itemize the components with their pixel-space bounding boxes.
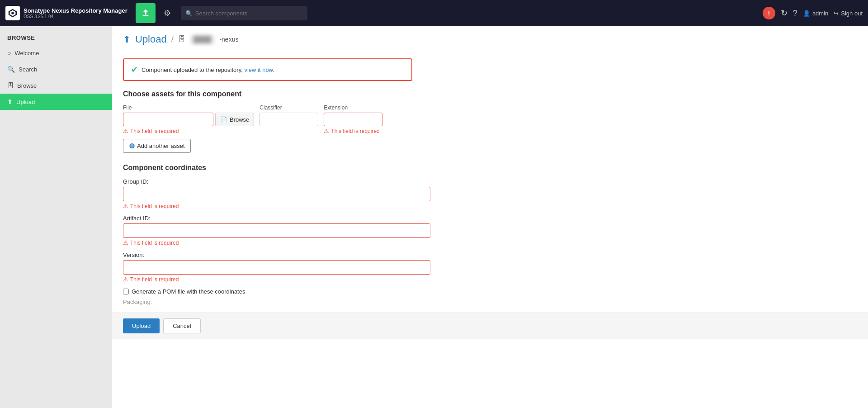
main-content: ⬆ Upload / 🗄 ████ -nexus ✔ Component upl… bbox=[112, 26, 868, 408]
cancel-button[interactable]: Cancel bbox=[163, 318, 200, 333]
packaging-label: Packaging: bbox=[123, 299, 857, 305]
group-id-error-icon: ⚠ bbox=[123, 203, 128, 209]
sidebar-item-label: Upload bbox=[16, 99, 35, 105]
group-id-input[interactable] bbox=[123, 187, 430, 201]
breadcrumb-suffix: -nexus bbox=[219, 36, 238, 43]
sidebar-item-upload[interactable]: ⬆ Upload bbox=[0, 94, 112, 110]
page-upload-icon: ⬆ bbox=[123, 34, 131, 45]
generate-pom-label[interactable]: Generate a POM file with these coordinat… bbox=[132, 288, 245, 295]
search-bar[interactable]: 🔍 bbox=[181, 6, 307, 20]
sign-out-button[interactable]: ↪ Sign out bbox=[834, 10, 863, 17]
search-icon: 🔍 bbox=[185, 10, 193, 17]
alert-badge[interactable]: ! bbox=[763, 7, 775, 19]
sidebar-item-search[interactable]: 🔍 Search bbox=[0, 61, 112, 77]
group-id-label: Group ID: bbox=[123, 178, 857, 185]
breadcrumb-repo: ████ bbox=[190, 35, 215, 44]
extension-input[interactable] bbox=[324, 113, 382, 126]
svg-point-2 bbox=[11, 12, 14, 14]
settings-icon[interactable]: ⚙ bbox=[160, 6, 175, 20]
sidebar: Browse ○ Welcome 🔍 Search 🗄 Browse ⬆ Upl… bbox=[0, 26, 112, 408]
admin-label: admin bbox=[812, 10, 828, 17]
artifact-id-error: ⚠ This field is required bbox=[123, 239, 857, 246]
layout: Browse ○ Welcome 🔍 Search 🗄 Browse ⬆ Upl… bbox=[0, 26, 868, 408]
app-version: OSS 3.25.1-04 bbox=[24, 14, 127, 19]
version-error: ⚠ This field is required bbox=[123, 276, 857, 283]
sidebar-item-welcome[interactable]: ○ Welcome bbox=[0, 45, 112, 61]
search-sidebar-icon: 🔍 bbox=[7, 66, 15, 73]
bottom-bar: Upload Cancel bbox=[112, 313, 868, 339]
brand-logo: Sonatype Nexus Repository Manager OSS 3.… bbox=[5, 6, 127, 20]
success-message: Component uploaded to the repository, vi… bbox=[142, 66, 274, 73]
breadcrumb-db-icon: 🗄 bbox=[178, 35, 185, 43]
admin-icon: 👤 bbox=[803, 10, 810, 17]
page-header: ⬆ Upload / 🗄 ████ -nexus bbox=[112, 26, 868, 51]
refresh-icon[interactable]: ↻ bbox=[781, 8, 788, 18]
generate-pom-checkbox[interactable] bbox=[123, 289, 129, 294]
sidebar-item-label: Search bbox=[19, 66, 37, 73]
classifier-label: Classifier bbox=[259, 104, 318, 111]
artifact-id-label: Artifact ID: bbox=[123, 215, 857, 222]
welcome-icon: ○ bbox=[7, 49, 11, 57]
app-name: Sonatype Nexus Repository Manager bbox=[24, 7, 127, 14]
browse-button[interactable]: 📄 Browse bbox=[215, 113, 254, 126]
upload-submit-button[interactable]: Upload bbox=[123, 318, 160, 333]
extension-label: Extension bbox=[324, 104, 382, 111]
group-id-field: Group ID: ⚠ This field is required bbox=[123, 178, 857, 209]
group-id-error: ⚠ This field is required bbox=[123, 203, 857, 209]
add-another-asset-button[interactable]: ⊕ Add another asset bbox=[123, 139, 191, 153]
extension-error-icon: ⚠ bbox=[324, 128, 329, 134]
topnav: Sonatype Nexus Repository Manager OSS 3.… bbox=[0, 0, 868, 26]
artifact-id-error-icon: ⚠ bbox=[123, 239, 128, 246]
page-title: Upload bbox=[135, 33, 167, 45]
search-input[interactable] bbox=[195, 10, 303, 17]
breadcrumb-separator: / bbox=[171, 35, 174, 44]
content-area: ✔ Component uploaded to the repository, … bbox=[112, 51, 868, 313]
version-label: Version: bbox=[123, 251, 857, 258]
success-banner: ✔ Component uploaded to the repository, … bbox=[123, 58, 412, 81]
coordinates-title: Component coordinates bbox=[123, 164, 857, 172]
file-label: File bbox=[123, 104, 254, 111]
file-field-group: File 📄 Browse ⚠ This field is required bbox=[123, 104, 254, 134]
add-asset-plus-icon: ⊕ bbox=[129, 142, 135, 150]
classifier-field-group: Classifier bbox=[259, 104, 318, 126]
browse-icon: 🗄 bbox=[7, 82, 14, 89]
artifact-id-field: Artifact ID: ⚠ This field is required bbox=[123, 215, 857, 246]
version-error-icon: ⚠ bbox=[123, 276, 128, 283]
admin-menu[interactable]: 👤 admin bbox=[803, 10, 828, 17]
sidebar-item-label: Browse bbox=[17, 82, 37, 89]
svg-rect-3 bbox=[142, 15, 148, 16]
extension-field-group: Extension ⚠ This field is required bbox=[324, 104, 382, 134]
sidebar-item-label: Welcome bbox=[14, 50, 39, 57]
brand-icon bbox=[5, 6, 20, 20]
version-input[interactable] bbox=[123, 260, 430, 275]
version-field: Version: ⚠ This field is required bbox=[123, 251, 857, 283]
artifact-id-input[interactable] bbox=[123, 223, 430, 238]
nav-upload-icon-btn[interactable] bbox=[136, 3, 156, 23]
classifier-input[interactable] bbox=[259, 113, 318, 126]
file-browse-icon: 📄 bbox=[220, 116, 227, 123]
extension-error-message: ⚠ This field is required bbox=[324, 128, 382, 134]
file-error-message: ⚠ This field is required bbox=[123, 128, 254, 134]
assets-section-title: Choose assets for this component bbox=[123, 90, 857, 98]
success-check-icon: ✔ bbox=[131, 65, 138, 75]
view-it-now-link[interactable]: view it now. bbox=[244, 66, 274, 73]
file-input-group: 📄 Browse bbox=[123, 113, 254, 126]
generate-pom-row: Generate a POM file with these coordinat… bbox=[123, 288, 857, 295]
topnav-right: ! ↻ ? 👤 admin ↪ Sign out bbox=[763, 7, 863, 19]
file-input[interactable] bbox=[123, 113, 213, 126]
sign-out-label: Sign out bbox=[841, 10, 863, 17]
brand-text: Sonatype Nexus Repository Manager OSS 3.… bbox=[24, 7, 127, 19]
asset-row: File 📄 Browse ⚠ This field is required bbox=[123, 104, 857, 134]
coordinates-section: Component coordinates Group ID: ⚠ This f… bbox=[123, 164, 857, 305]
sign-out-icon: ↪ bbox=[834, 10, 839, 17]
upload-icon: ⬆ bbox=[7, 98, 13, 105]
sidebar-header: Browse bbox=[0, 31, 112, 45]
file-error-icon: ⚠ bbox=[123, 128, 128, 134]
sidebar-item-browse[interactable]: 🗄 Browse bbox=[0, 77, 112, 94]
help-icon[interactable]: ? bbox=[793, 9, 797, 18]
